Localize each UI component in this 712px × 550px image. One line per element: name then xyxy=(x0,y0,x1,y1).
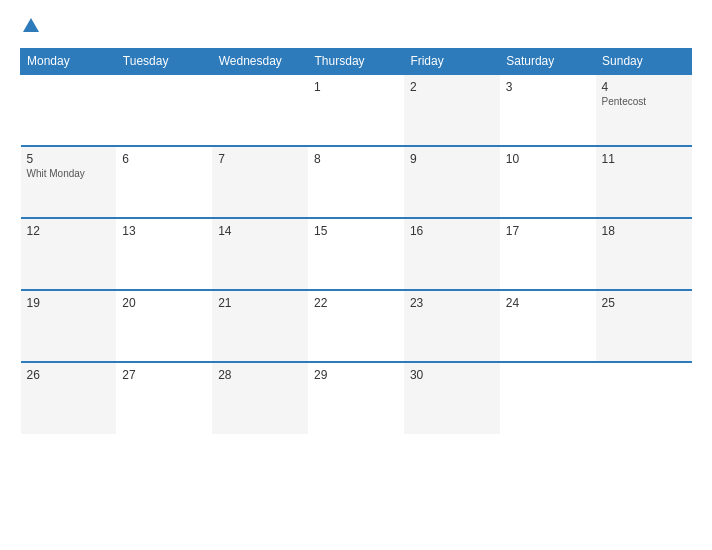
calendar-cell: 20 xyxy=(116,290,212,362)
weekday-header: Monday xyxy=(21,49,117,75)
calendar-cell xyxy=(116,74,212,146)
day-number: 24 xyxy=(506,296,590,310)
day-number: 4 xyxy=(602,80,686,94)
weekday-header: Tuesday xyxy=(116,49,212,75)
calendar-cell: 25 xyxy=(596,290,692,362)
weekday-header: Saturday xyxy=(500,49,596,75)
day-number: 2 xyxy=(410,80,494,94)
calendar-cell: 3 xyxy=(500,74,596,146)
day-number: 28 xyxy=(218,368,302,382)
calendar-cell: 4Pentecost xyxy=(596,74,692,146)
day-number: 19 xyxy=(27,296,111,310)
day-number: 5 xyxy=(27,152,111,166)
day-number: 15 xyxy=(314,224,398,238)
day-number: 14 xyxy=(218,224,302,238)
calendar-cell: 12 xyxy=(21,218,117,290)
calendar-row: 12131415161718 xyxy=(21,218,692,290)
calendar-cell: 14 xyxy=(212,218,308,290)
calendar-cell: 21 xyxy=(212,290,308,362)
calendar-cell: 10 xyxy=(500,146,596,218)
calendar-cell: 28 xyxy=(212,362,308,434)
calendar-cell: 16 xyxy=(404,218,500,290)
calendar-cell xyxy=(21,74,117,146)
day-number: 11 xyxy=(602,152,686,166)
calendar-cell: 8 xyxy=(308,146,404,218)
day-number: 8 xyxy=(314,152,398,166)
calendar-header-row: MondayTuesdayWednesdayThursdayFridaySatu… xyxy=(21,49,692,75)
calendar-cell: 30 xyxy=(404,362,500,434)
calendar-row: 2627282930 xyxy=(21,362,692,434)
calendar-cell: 17 xyxy=(500,218,596,290)
calendar-cell: 5Whit Monday xyxy=(21,146,117,218)
day-event: Pentecost xyxy=(602,96,686,107)
day-number: 22 xyxy=(314,296,398,310)
calendar-cell: 27 xyxy=(116,362,212,434)
day-number: 30 xyxy=(410,368,494,382)
weekday-header: Sunday xyxy=(596,49,692,75)
calendar-cell: 6 xyxy=(116,146,212,218)
day-number: 6 xyxy=(122,152,206,166)
calendar-row: 19202122232425 xyxy=(21,290,692,362)
calendar-cell: 29 xyxy=(308,362,404,434)
day-number: 20 xyxy=(122,296,206,310)
day-number: 17 xyxy=(506,224,590,238)
day-number: 21 xyxy=(218,296,302,310)
day-number: 3 xyxy=(506,80,590,94)
logo xyxy=(20,18,39,34)
calendar-cell: 26 xyxy=(21,362,117,434)
calendar-table: MondayTuesdayWednesdayThursdayFridaySatu… xyxy=(20,48,692,434)
day-number: 25 xyxy=(602,296,686,310)
calendar-cell: 19 xyxy=(21,290,117,362)
day-event: Whit Monday xyxy=(27,168,111,179)
weekday-header: Friday xyxy=(404,49,500,75)
day-number: 18 xyxy=(602,224,686,238)
calendar-row: 5Whit Monday67891011 xyxy=(21,146,692,218)
day-number: 26 xyxy=(27,368,111,382)
calendar-cell xyxy=(212,74,308,146)
page: MondayTuesdayWednesdayThursdayFridaySatu… xyxy=(0,0,712,550)
day-number: 27 xyxy=(122,368,206,382)
calendar-cell xyxy=(500,362,596,434)
day-number: 23 xyxy=(410,296,494,310)
calendar-cell: 22 xyxy=(308,290,404,362)
logo-triangle-icon xyxy=(23,18,39,32)
calendar-row: 1234Pentecost xyxy=(21,74,692,146)
calendar-cell: 7 xyxy=(212,146,308,218)
day-number: 9 xyxy=(410,152,494,166)
calendar-cell xyxy=(596,362,692,434)
day-number: 29 xyxy=(314,368,398,382)
day-number: 1 xyxy=(314,80,398,94)
calendar-cell: 15 xyxy=(308,218,404,290)
calendar-cell: 1 xyxy=(308,74,404,146)
day-number: 16 xyxy=(410,224,494,238)
day-number: 7 xyxy=(218,152,302,166)
day-number: 13 xyxy=(122,224,206,238)
calendar-cell: 24 xyxy=(500,290,596,362)
calendar-cell: 13 xyxy=(116,218,212,290)
day-number: 10 xyxy=(506,152,590,166)
calendar-cell: 23 xyxy=(404,290,500,362)
calendar-cell: 2 xyxy=(404,74,500,146)
day-number: 12 xyxy=(27,224,111,238)
weekday-header: Thursday xyxy=(308,49,404,75)
header xyxy=(20,18,692,34)
calendar-cell: 9 xyxy=(404,146,500,218)
calendar-cell: 18 xyxy=(596,218,692,290)
weekday-header: Wednesday xyxy=(212,49,308,75)
calendar-cell: 11 xyxy=(596,146,692,218)
